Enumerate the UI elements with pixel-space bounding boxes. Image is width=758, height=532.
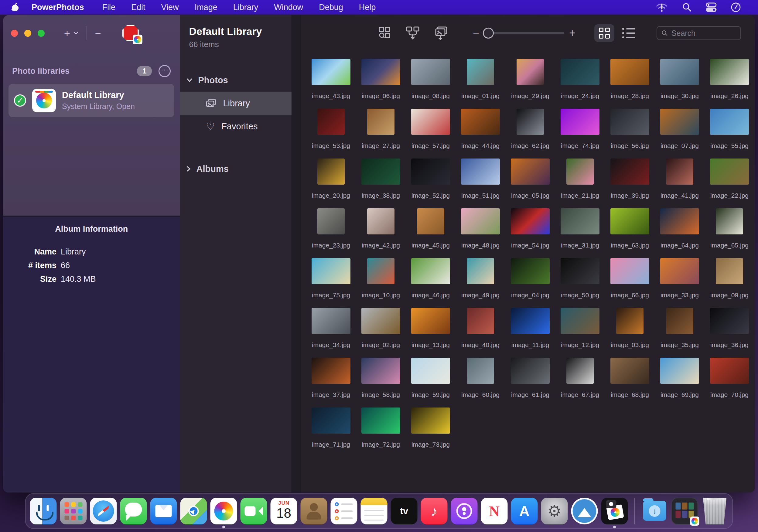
photo-item[interactable]: image_63.jpg [605, 208, 655, 258]
photo-item[interactable]: image_72.jpg [356, 408, 406, 457]
photo-thumbnail[interactable] [610, 258, 649, 284]
photo-item[interactable]: image_48.jpg [456, 208, 505, 258]
photo-thumbnail[interactable] [561, 258, 600, 284]
sidebar-item-default-library[interactable]: ✓ Default Library System Library, Open [9, 84, 174, 117]
menu-item-debug[interactable]: Debug [311, 3, 351, 12]
photo-item[interactable]: image_43.jpg [306, 59, 356, 109]
dock-item-settings[interactable]: ⚙ [541, 498, 568, 524]
photo-thumbnail[interactable] [467, 258, 494, 284]
photo-item[interactable]: image_01.jpg [456, 59, 505, 109]
photo-item[interactable]: image_07.jpg [655, 109, 705, 158]
photo-thumbnail[interactable] [517, 109, 544, 135]
photo-item[interactable]: image_20.jpg [306, 158, 356, 208]
remove-library-button[interactable]: − [90, 27, 106, 39]
photo-item[interactable]: image_33.jpg [655, 258, 705, 308]
photo-item[interactable]: image_13.jpg [406, 308, 456, 358]
grid-view-button[interactable] [594, 24, 614, 42]
photo-item[interactable]: image_55.jpg [705, 109, 754, 158]
dock-item-tv[interactable]: tv [391, 498, 418, 524]
photo-item[interactable]: image_30.jpg [655, 59, 705, 109]
find-duplicates-button[interactable] [378, 26, 392, 40]
photo-thumbnail[interactable] [362, 308, 400, 334]
dock-item-contacts[interactable] [301, 498, 327, 524]
photo-thumbnail[interactable] [411, 408, 450, 434]
photo-thumbnail[interactable] [511, 158, 550, 184]
list-view-button[interactable] [622, 28, 635, 38]
stop-photos-agent-button[interactable] [122, 25, 139, 41]
dock-item-safari[interactable] [90, 498, 117, 524]
photo-item[interactable]: image_46.jpg [406, 258, 456, 308]
photo-item[interactable]: image_74.jpg [555, 109, 605, 158]
photo-item[interactable]: image_41.jpg [655, 158, 705, 208]
photo-thumbnail[interactable] [666, 308, 693, 334]
photo-item[interactable]: image_35.jpg [655, 308, 705, 358]
photo-thumbnail[interactable] [312, 308, 351, 334]
photo-thumbnail[interactable] [467, 59, 494, 85]
close-window-button[interactable] [11, 30, 18, 37]
dock-item-photos[interactable] [210, 498, 237, 524]
zoom-out-label[interactable]: − [473, 27, 479, 40]
photo-item[interactable]: image_05.jpg [505, 158, 555, 208]
photo-item[interactable]: image_65.jpg [705, 208, 754, 258]
photo-thumbnail[interactable] [367, 208, 395, 234]
photo-thumbnail[interactable] [517, 59, 544, 85]
search-input[interactable] [672, 29, 736, 38]
photo-item[interactable]: image_62.jpg [505, 109, 555, 158]
photo-thumbnail[interactable] [312, 408, 351, 434]
photo-thumbnail[interactable] [561, 109, 600, 135]
photo-item[interactable]: image_49.jpg [456, 258, 505, 308]
photo-thumbnail[interactable] [710, 59, 749, 85]
photo-thumbnail[interactable] [367, 258, 395, 284]
photo-thumbnail[interactable] [362, 158, 400, 184]
sidebar-item-favorites[interactable]: ♡ Favorites [180, 115, 292, 138]
photo-thumbnail[interactable] [411, 109, 450, 135]
copy-photos-button[interactable] [434, 26, 449, 40]
dock-item-reminders[interactable] [331, 498, 358, 524]
photo-thumbnail[interactable] [312, 59, 351, 85]
photo-item[interactable]: image_54.jpg [505, 208, 555, 258]
photo-item[interactable]: image_50.jpg [555, 258, 605, 308]
dock-item-maps[interactable] [180, 498, 207, 524]
photo-item[interactable]: image_52.jpg [406, 158, 456, 208]
dock-item-notes[interactable] [361, 498, 388, 524]
photo-item[interactable]: image_06.jpg [356, 59, 406, 109]
dock-item-music[interactable]: ♪ [421, 498, 448, 524]
photo-thumbnail[interactable] [367, 109, 395, 135]
photo-item[interactable]: image_37.jpg [306, 358, 356, 408]
dock-item-messages[interactable] [120, 498, 147, 524]
photo-thumbnail[interactable] [616, 308, 643, 334]
dock-item-mountain[interactable] [571, 498, 598, 524]
photo-item[interactable]: image_22.jpg [705, 158, 754, 208]
photo-item[interactable]: image_27.jpg [356, 109, 406, 158]
dock-item-news[interactable]: N [481, 498, 508, 524]
wifi-alert-icon[interactable] [655, 2, 668, 13]
dock-item-appstore[interactable]: A [511, 498, 538, 524]
photo-item[interactable]: image_75.jpg [306, 258, 356, 308]
menu-item-file[interactable]: File [94, 3, 123, 12]
photo-thumbnail[interactable] [461, 158, 500, 184]
photo-thumbnail[interactable] [561, 208, 600, 234]
photo-item[interactable]: image_10.jpg [356, 258, 406, 308]
dock-item-facetime[interactable] [241, 498, 267, 524]
photo-thumbnail[interactable] [561, 59, 600, 85]
photo-thumbnail[interactable] [660, 109, 699, 135]
photo-thumbnail[interactable] [411, 308, 450, 334]
photo-thumbnail[interactable] [610, 59, 649, 85]
photo-thumbnail[interactable] [317, 158, 345, 184]
photo-item[interactable]: image_51.jpg [456, 158, 505, 208]
photo-thumbnail[interactable] [710, 109, 749, 135]
libraries-more-button[interactable]: ··· [158, 65, 171, 77]
photo-thumbnail[interactable] [461, 109, 500, 135]
photo-item[interactable]: image_45.jpg [406, 208, 456, 258]
apple-menu-icon[interactable] [9, 3, 21, 12]
photo-thumbnail[interactable] [411, 258, 450, 284]
photo-item[interactable]: image_68.jpg [605, 358, 655, 408]
photo-item[interactable]: image_67.jpg [555, 358, 605, 408]
photo-item[interactable]: image_09.jpg [705, 258, 754, 308]
photo-item[interactable]: image_26.jpg [705, 59, 754, 109]
photo-item[interactable]: image_40.jpg [456, 308, 505, 358]
menu-item-help[interactable]: Help [351, 3, 384, 12]
photo-thumbnail[interactable] [362, 59, 400, 85]
photo-item[interactable]: image_21.jpg [555, 158, 605, 208]
dock-item-launchpad[interactable] [60, 498, 87, 524]
